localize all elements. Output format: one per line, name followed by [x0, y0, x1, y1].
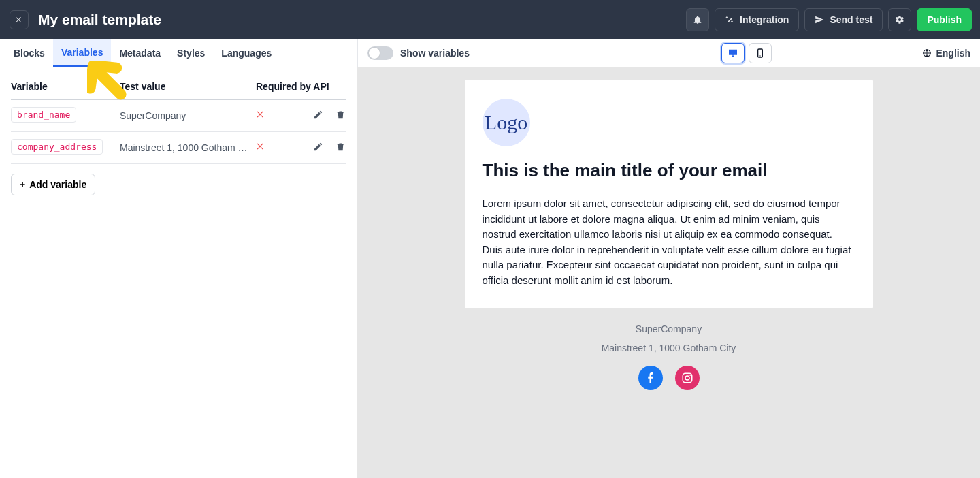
email-logo-text: Logo	[485, 111, 527, 134]
variable-test-value: SuperCompany	[120, 110, 256, 121]
plus-icon: +	[20, 179, 25, 190]
close-button[interactable]	[10, 10, 29, 29]
wand-icon	[725, 15, 734, 25]
email-logo: Logo	[483, 99, 530, 146]
integration-label: Integration	[740, 14, 789, 25]
language-selector[interactable]: English	[922, 48, 970, 59]
instagram-link[interactable]	[675, 366, 700, 390]
trash-icon	[336, 142, 346, 152]
required-false-icon	[256, 142, 276, 153]
footer-address: Mainstreet 1, 1000 Gotham City	[465, 342, 873, 353]
table-row: company_address Mainstreet 1, 1000 Gotha…	[11, 132, 346, 164]
email-body-text: Lorem ipsum dolor sit amet, consectetur …	[483, 196, 855, 288]
publish-label: Publish	[927, 14, 962, 25]
email-preview-wrapper: Logo This is the main title of your emai…	[465, 80, 873, 478]
col-test-value: Test value	[120, 81, 256, 93]
send-test-button[interactable]: Send test	[804, 8, 883, 31]
add-variable-label: Add variable	[29, 179, 86, 190]
notifications-button[interactable]	[686, 8, 709, 31]
close-icon	[15, 16, 23, 24]
row-actions	[276, 110, 346, 122]
variables-panel: Variable Test value Required by API bran…	[0, 67, 357, 478]
mobile-icon	[754, 48, 766, 59]
publish-button[interactable]: Publish	[917, 8, 972, 31]
show-variables-toggle[interactable]	[368, 46, 393, 60]
paper-plane-icon	[815, 15, 824, 25]
integration-button[interactable]: Integration	[715, 8, 799, 31]
globe-icon	[922, 48, 932, 58]
email-footer: SuperCompany Mainstreet 1, 1000 Gotham C…	[465, 308, 873, 407]
svg-point-1	[760, 55, 760, 56]
editor-tabs: Blocks Variables Metadata Styles Languag…	[0, 39, 357, 67]
preview-pane: Logo This is the main title of your emai…	[357, 67, 980, 478]
variable-chip: company_address	[11, 139, 103, 155]
email-title: This is the main title of your email	[483, 160, 855, 181]
viewport-mobile-button[interactable]	[749, 43, 772, 63]
pencil-icon	[313, 142, 323, 152]
edit-variable-button[interactable]	[313, 110, 323, 122]
trash-icon	[336, 110, 346, 120]
svg-point-4	[685, 376, 689, 380]
bell-icon	[693, 15, 702, 25]
tab-languages[interactable]: Languages	[213, 39, 280, 67]
language-label: English	[936, 48, 970, 59]
instagram-icon	[681, 372, 693, 384]
top-bar-actions: Integration Send test Publish	[686, 8, 972, 31]
show-variables-label: Show variables	[400, 48, 470, 59]
footer-socials	[465, 366, 873, 390]
variables-table: Variable Test value Required by API bran…	[11, 77, 346, 164]
row-actions	[276, 142, 346, 154]
variable-test-value: Mainstreet 1, 1000 Gotham …	[120, 142, 256, 153]
delete-variable-button[interactable]	[336, 142, 346, 154]
page-title: My email template	[38, 12, 161, 28]
top-bar: My email template Integration Send test …	[0, 0, 980, 39]
email-body-card: Logo This is the main title of your emai…	[465, 80, 873, 308]
send-test-label: Send test	[830, 14, 872, 25]
facebook-link[interactable]	[638, 366, 663, 390]
settings-button[interactable]	[888, 8, 911, 31]
main-area: Variable Test value Required by API bran…	[0, 67, 980, 478]
table-header: Variable Test value Required by API	[11, 77, 346, 100]
add-variable-button[interactable]: + Add variable	[11, 174, 95, 195]
required-false-icon	[256, 110, 276, 121]
tab-styles[interactable]: Styles	[169, 39, 213, 67]
facebook-icon	[644, 372, 657, 384]
table-row: brand_name SuperCompany	[11, 100, 346, 132]
viewport-desktop-button[interactable]	[721, 43, 745, 63]
variable-chip: brand_name	[11, 107, 76, 123]
desktop-icon	[727, 48, 739, 59]
footer-company: SuperCompany	[465, 323, 873, 334]
viewport-switch	[721, 43, 772, 63]
preview-toolbar: Show variables English	[357, 39, 980, 67]
svg-point-5	[689, 375, 691, 376]
sub-bar: Blocks Variables Metadata Styles Languag…	[0, 39, 980, 67]
col-required: Required by API	[256, 81, 344, 93]
tab-variables[interactable]: Variables	[53, 39, 112, 67]
pencil-icon	[313, 110, 323, 120]
delete-variable-button[interactable]	[336, 110, 346, 122]
col-variable: Variable	[11, 81, 120, 93]
edit-variable-button[interactable]	[313, 142, 323, 154]
gear-icon	[895, 15, 904, 25]
tab-metadata[interactable]: Metadata	[111, 39, 169, 67]
tab-blocks[interactable]: Blocks	[5, 39, 53, 67]
